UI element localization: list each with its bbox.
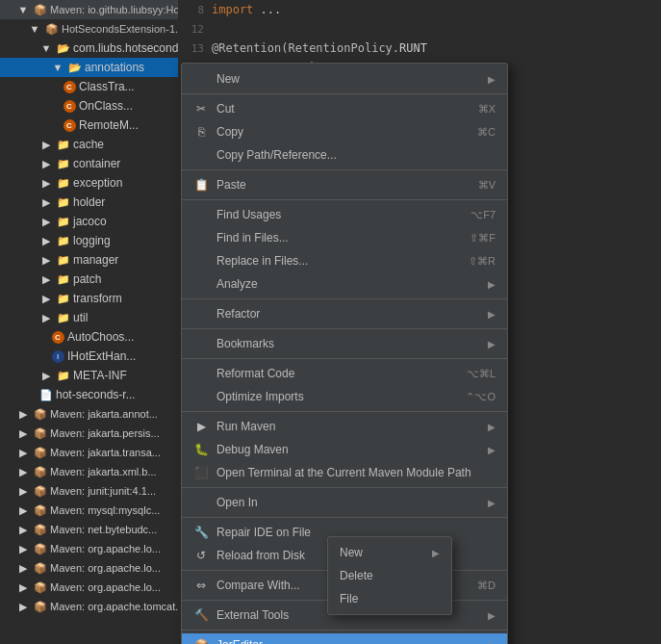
separator-1 [182,93,507,94]
tree-item-logging[interactable]: ▶ 📁 logging [0,231,178,250]
tree-item-exception[interactable]: ▶ 📁 exception [0,173,178,193]
tree-item-maven7[interactable]: ▶ 📦 Maven: net.bytebudc... [0,520,178,539]
package-icon: 📂 [56,40,71,56]
tree-item-transform[interactable]: ▶ 📁 transform [0,289,178,308]
menu-item-copy-path[interactable]: Copy Path/Reference... [182,143,507,167]
shortcut-reformat: ⌥⌘L [467,368,496,380]
submenu-item-delete[interactable]: Delete [328,564,451,587]
separator-9 [182,517,507,518]
tree-item-maven2[interactable]: ▶ 📦 Maven: jakarta.persis... [0,424,178,443]
menu-item-cut[interactable]: ✂ Cut ⌘X [182,97,507,120]
menu-item-new[interactable]: New ▶ [182,67,507,90]
tree-item-maven4[interactable]: ▶ 📦 Maven: jakarta.xml.b... [0,462,178,481]
tree-item-maven1[interactable]: ▶ 📦 Maven: jakarta.annot... [0,404,178,424]
tree-item-maven3[interactable]: ▶ 📦 Maven: jakarta.transa... [0,443,178,462]
line-number: 8 [178,4,212,16]
tree-item-maven8[interactable]: ▶ 📦 Maven: org.apache.lo... [0,539,178,558]
folder-icon: 📁 [56,175,71,191]
menu-item-debug-maven[interactable]: 🐛 Debug Maven ▶ [182,438,507,461]
tree-item-hotseconds[interactable]: 📄 hot-seconds-r... [0,385,178,404]
tree-item-maven9[interactable]: ▶ 📦 Maven: org.apache.lo... [0,558,178,578]
menu-item-bookmarks[interactable]: Bookmarks ▶ [182,332,507,355]
file-tree: ▼ 📦 Maven: io.github.liubsyy:HotSecondsE… [0,0,178,644]
menu-item-reformat[interactable]: Reformat Code ⌥⌘L [182,362,507,385]
separator-7 [182,411,507,412]
tree-item-maven6[interactable]: ▶ 📦 Maven: mysql:mysqlc... [0,501,178,520]
maven-dep-icon: 📦 [33,541,48,556]
maven-dep-icon: 📦 [33,522,48,537]
shortcut-cut: ⌘X [478,103,496,116]
tree-item-annotations[interactable]: ▼ 📂 annotations [0,58,178,77]
menu-item-run-maven[interactable]: ▶ Run Maven ▶ [182,415,507,438]
menu-item-copy[interactable]: ⎘ Copy ⌘C [182,120,507,143]
jar-editor-icon: 📦 [191,637,211,644]
open-in-icon [191,495,211,510]
menu-item-open-in[interactable]: Open In ▶ [182,491,507,514]
folder-icon: 📁 [56,310,71,325]
tree-item-maven-root[interactable]: ▼ 📦 Maven: io.github.liubsyy:HotSecondsE… [0,0,178,19]
shortcut-paste: ⌘V [478,179,496,192]
tree-item-class2[interactable]: C OnClass... [0,96,178,116]
tree-item-holder[interactable]: ▶ 📁 holder [0,193,178,212]
folder-icon: 📁 [56,271,71,287]
reformat-icon [191,366,211,381]
editor-line-3: 13 @Retention(RetentionPolicy.RUNT [178,39,661,58]
maven-icon: ▶ [15,464,31,479]
tree-item-patch[interactable]: ▶ 📁 patch [0,270,178,289]
new-icon [191,71,211,87]
tree-item-maven10[interactable]: ▶ 📦 Maven: org.apache.lo... [0,578,178,597]
tree-item-ihotexth[interactable]: I IHotExtHan... [0,347,178,366]
maven-icon: ▶ [15,599,31,614]
tree-item-container[interactable]: ▶ 📁 container [0,154,178,173]
menu-item-analyze[interactable]: Analyze ▶ [182,272,507,296]
folder-icon: 📁 [56,233,71,248]
tree-item-manager[interactable]: ▶ 📁 manager [0,250,178,270]
menu-item-open-terminal[interactable]: ⬛ Open Terminal at the Current Maven Mod… [182,461,507,484]
tree-item-autochoose[interactable]: C AutoChoos... [0,327,178,347]
maven-dep-icon: 📦 [33,599,48,614]
expand-icon: ▶ [38,175,54,191]
optimize-icon [191,389,211,404]
menu-item-replace-in-files[interactable]: Replace in Files... ⇧⌘R [182,249,507,272]
menu-item-jar-editor[interactable]: 📦 JarEditor ▶ [182,633,507,644]
menu-label-debug-maven: Debug Maven [216,443,484,456]
folder-icon: 📁 [56,137,71,152]
separator-3 [182,199,507,200]
tree-item-metainf[interactable]: ▶ 📁 META-INF [0,366,178,385]
menu-item-refactor[interactable]: Refactor ▶ [182,302,507,325]
tree-item-maven11[interactable]: ▶ 📦 Maven: org.apache.tomcat.embed:tomca… [0,597,178,616]
tree-item-class3[interactable]: C RemoteM... [0,116,178,135]
menu-item-optimize[interactable]: Optimize Imports ⌃⌥O [182,385,507,408]
menu-item-paste[interactable]: 📋 Paste ⌘V [182,173,507,196]
menu-label-reformat: Reformat Code [216,367,447,380]
menu-item-find-usages[interactable]: Find Usages ⌥F7 [182,203,507,226]
copy-icon: ⎘ [191,124,211,140]
line-number: 12 [178,23,212,36]
submenu-label-new: New [340,546,363,559]
submenu-item-new[interactable]: New ▶ [328,541,451,564]
maven-icon: ▶ [15,541,31,556]
maven-dep-icon: 📦 [33,560,48,576]
shortcut-find-usages: ⌥F7 [470,209,496,221]
analyze-icon [191,276,211,292]
tree-item-package[interactable]: ▼ 📂 com.liubs.hotseconds.extension [0,39,178,58]
tree-item-jar[interactable]: ▼ 📦 HotSecondsExtension-1.0.4.jar librar… [0,19,178,39]
tree-item-util[interactable]: ▶ 📁 util [0,308,178,327]
tree-item-maven5[interactable]: ▶ 📦 Maven: junit:junit:4.1... [0,481,178,501]
tree-item-cache[interactable]: ▶ 📁 cache [0,135,178,154]
menu-item-find-in-files[interactable]: Find in Files... ⇧⌘F [182,226,507,249]
tree-item-jacoco[interactable]: ▶ 📁 jacoco [0,212,178,231]
menu-label-jar-editor: JarEditor [216,638,484,644]
editor-line-1: 8 import ... [178,0,661,19]
line-number: 13 [178,42,212,55]
code-text: import ... [212,3,281,16]
separator-8 [182,487,507,488]
arrow-icon: ▶ [488,339,496,349]
submenu-label-delete: Delete [340,569,373,582]
find-files-icon [191,230,211,245]
bookmark-icon [191,336,211,351]
folder-icon: 📁 [56,368,71,383]
tree-item-class1[interactable]: C ClassTra... [0,77,178,96]
expand-icon: ▶ [38,368,54,383]
submenu-item-file[interactable]: File [328,587,451,610]
